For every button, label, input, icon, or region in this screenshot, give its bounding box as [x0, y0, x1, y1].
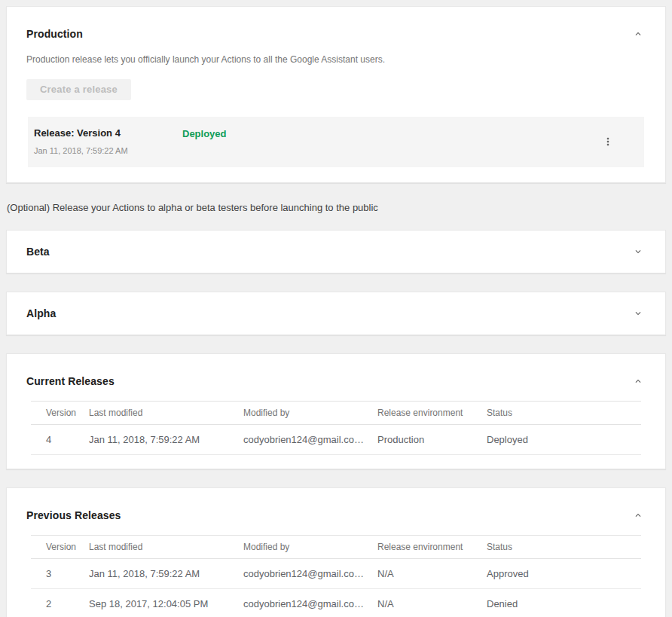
- column-header-status: Status: [487, 402, 641, 425]
- cell-modified-by: codyobrien124@gmail.co…: [243, 559, 377, 589]
- current-releases-table: Version Last modified Modified by Releas…: [31, 401, 641, 455]
- beta-title: Beta: [26, 246, 50, 258]
- card-bottom-spacer: [7, 455, 665, 469]
- release-status-badge: Deployed: [182, 127, 227, 139]
- previous-releases-card: Previous Releases Version Last modified …: [6, 487, 666, 617]
- table-row: 4 Jan 11, 2018, 7:59:22 AM codyobrien124…: [31, 425, 641, 455]
- beta-header[interactable]: Beta: [7, 231, 665, 273]
- table-row: 2 Sep 18, 2017, 12:04:05 PM codyobrien12…: [31, 589, 641, 617]
- cell-version: 3: [31, 559, 89, 589]
- current-releases-header[interactable]: Current Releases: [7, 354, 665, 390]
- create-release-button[interactable]: Create a release: [26, 79, 131, 100]
- chevron-down-icon[interactable]: [629, 304, 647, 322]
- column-header-modified-by: Modified by: [243, 536, 377, 559]
- cell-modified-by: codyobrien124@gmail.co…: [243, 425, 377, 455]
- column-header-version: Version: [31, 402, 89, 425]
- production-card: Production Production release lets you o…: [6, 6, 666, 183]
- previous-releases-header[interactable]: Previous Releases: [7, 488, 665, 524]
- cell-last-modified: Jan 11, 2018, 7:59:22 AM: [89, 559, 243, 589]
- production-description: Production release lets you officially l…: [7, 53, 665, 66]
- column-header-last-modified: Last modified: [89, 536, 243, 559]
- alpha-card: Alpha: [6, 292, 666, 335]
- previous-releases-table: Version Last modified Modified by Releas…: [31, 535, 641, 617]
- cell-release-environment: N/A: [377, 589, 487, 617]
- current-releases-card: Current Releases Version Last modified M…: [6, 353, 666, 469]
- column-header-last-modified: Last modified: [89, 402, 243, 425]
- production-title: Production: [26, 28, 83, 41]
- release-item: Release: Version 4 Jan 11, 2018, 7:59:22…: [28, 117, 644, 167]
- chevron-up-icon[interactable]: [629, 25, 647, 43]
- cell-version: 4: [31, 425, 89, 455]
- cell-modified-by: codyobrien124@gmail.co…: [243, 589, 377, 617]
- table-row: 3 Jan 11, 2018, 7:59:22 AM codyobrien124…: [31, 559, 641, 589]
- cell-status: Approved: [487, 559, 641, 589]
- cell-release-environment: Production: [377, 425, 487, 455]
- column-header-status: Status: [487, 536, 641, 559]
- column-header-release-environment: Release environment: [377, 536, 487, 559]
- cell-status: Denied: [487, 589, 641, 617]
- cell-last-modified: Sep 18, 2017, 12:04:05 PM: [89, 589, 243, 617]
- optional-note: (Optional) Release your Actions to alpha…: [7, 201, 666, 214]
- column-header-modified-by: Modified by: [243, 402, 377, 425]
- table-header-row: Version Last modified Modified by Releas…: [31, 536, 641, 559]
- chevron-up-icon[interactable]: [629, 506, 647, 524]
- alpha-header[interactable]: Alpha: [7, 292, 665, 334]
- cell-last-modified: Jan 11, 2018, 7:59:22 AM: [89, 425, 243, 455]
- cell-status: Deployed: [487, 425, 641, 455]
- production-header[interactable]: Production: [7, 7, 665, 43]
- kebab-menu-icon[interactable]: [599, 133, 617, 151]
- chevron-down-icon[interactable]: [629, 243, 647, 261]
- column-header-release-environment: Release environment: [377, 402, 487, 425]
- cell-release-environment: N/A: [377, 559, 487, 589]
- alpha-title: Alpha: [26, 307, 56, 320]
- table-header-row: Version Last modified Modified by Releas…: [31, 402, 641, 425]
- releases-page: Production Production release lets you o…: [0, 0, 672, 617]
- current-releases-title: Current Releases: [26, 375, 115, 388]
- cell-version: 2: [31, 589, 89, 617]
- release-name: Release: Version 4: [34, 127, 182, 139]
- beta-card: Beta: [6, 230, 666, 273]
- release-date: Jan 11, 2018, 7:59:22 AM: [34, 146, 182, 155]
- previous-releases-title: Previous Releases: [26, 509, 121, 522]
- release-info: Release: Version 4 Jan 11, 2018, 7:59:22…: [34, 127, 182, 155]
- chevron-up-icon[interactable]: [629, 372, 647, 390]
- column-header-version: Version: [31, 536, 89, 559]
